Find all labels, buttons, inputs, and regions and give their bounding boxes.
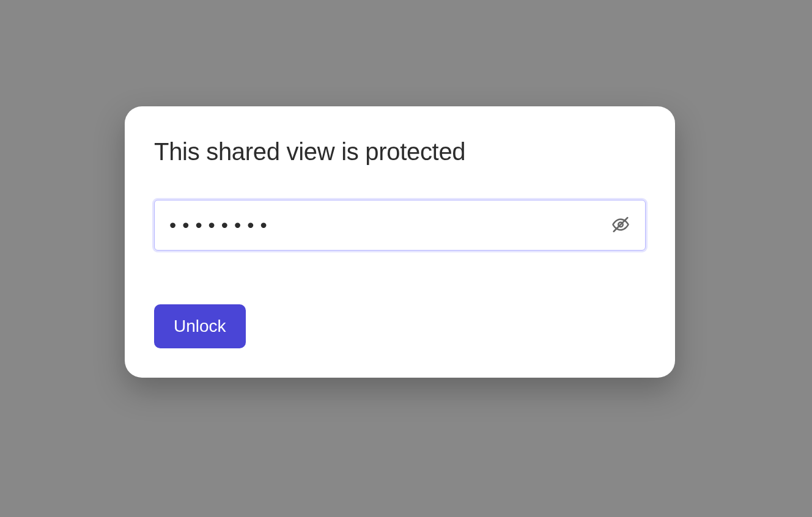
eye-off-icon	[611, 215, 630, 235]
modal-title: This shared view is protected	[154, 138, 646, 166]
password-modal: This shared view is protected Unlock	[125, 106, 675, 378]
password-input[interactable]	[154, 200, 646, 251]
password-input-wrapper	[154, 200, 646, 251]
toggle-password-visibility-button[interactable]	[608, 211, 633, 239]
unlock-button[interactable]: Unlock	[154, 304, 246, 348]
